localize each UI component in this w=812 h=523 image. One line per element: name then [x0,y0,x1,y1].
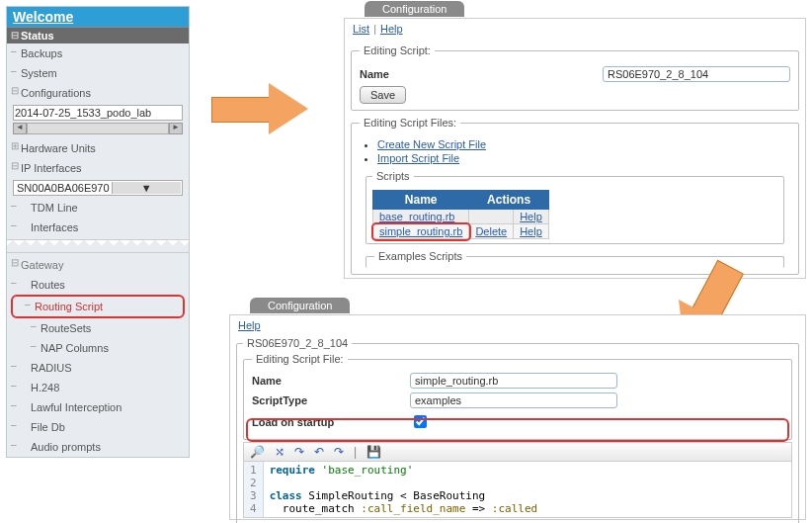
script-type-field[interactable]: examples [410,392,617,408]
script-type-label: ScriptType [252,394,410,406]
ip-interface-select[interactable]: SN00A0BA06E970▼ [13,180,183,196]
undo-icon[interactable]: ↶ [314,445,324,459]
help-link[interactable]: Help [520,225,542,237]
delete-link[interactable]: Delete [475,225,507,237]
sidebar-item-ip[interactable]: ⊟IP Interfaces [7,158,189,178]
script-link-base[interactable]: base_routing.rb [379,211,454,222]
editing-script-legend: Editing Script: [360,44,435,56]
script-link-simple[interactable]: simple_routing.rb [379,225,462,237]
sidebar-item-audio[interactable]: –Audio prompts [7,437,189,457]
sidebar-item-status[interactable]: ⊟Status [7,28,189,44]
crumb-list[interactable]: List [353,23,369,35]
sidebar-item-gateway[interactable]: ⊟Gateway [7,255,189,275]
highlight-box [246,418,789,442]
table-row: simple_routing.rb Delete Help [373,224,549,239]
sidebar-item-routes[interactable]: –Routes [7,275,189,295]
sidebar-item-lawful[interactable]: –Lawful Interception [7,397,189,417]
sidebar-item-configurations[interactable]: ⊟Configurations [7,83,189,103]
goto-icon[interactable]: ↷ [294,445,304,459]
scripts-legend: Scripts [372,170,414,182]
scripts-group: Scripts NameActions base_routing.rb Help… [365,170,784,244]
create-script-link[interactable]: Create New Script File [377,138,486,150]
editor-toolbar: 🔎 ⤭ ↷ ↶ ↷ | 💾 [243,442,792,462]
sidebar-item-system[interactable]: –System [7,63,189,83]
sidebar-item-hardware[interactable]: ⊞Hardware Units [7,138,189,158]
import-script-link[interactable]: Import Script File [377,152,459,164]
config-scrollbar[interactable]: ◄► [13,123,183,134]
tab-configuration[interactable]: Configuration [365,1,464,17]
script-outer-legend: RS06E970_2_8_104 [243,337,352,349]
sidebar-item-h248[interactable]: –H.248 [7,378,189,397]
code-editor[interactable]: 1234 require require 'base_routing''base… [243,462,792,518]
name-label: Name [360,68,468,80]
line-gutter: 1234 [244,462,264,517]
tab-configuration[interactable]: Configuration [250,298,350,313]
sidebar-item-radius[interactable]: –RADIUS [7,358,189,378]
sidebar-item-napcols[interactable]: –NAP Columns [7,338,189,358]
file-name-field[interactable]: simple_routing.rb [410,373,617,389]
scripts-table: NameActions base_routing.rb Help simple_… [372,190,549,239]
script-outer-group: RS06E970_2_8_104 Editing Script File: Na… [236,337,799,523]
table-row: base_routing.rb Help [373,210,549,224]
script-file-group: Editing Script File: Namesimple_routing.… [243,353,792,440]
editing-script-group: Editing Script: Name RS06E970_2_8_104 Sa… [351,44,799,111]
save-icon[interactable]: 💾 [366,445,381,459]
sidebar-item-routing-script[interactable]: –Routing Script [11,295,185,318]
save-button[interactable]: Save [360,86,406,104]
sidebar-item-backups[interactable]: –Backups [7,44,189,63]
redo-icon[interactable]: ↷ [334,445,344,459]
file-name-label: Name [252,375,410,387]
sidebar-item-tdm[interactable]: –TDM Line [7,198,189,218]
crumb-help[interactable]: Help [238,319,261,331]
sidebar-item-routesets[interactable]: –RouteSets [7,318,189,338]
sidebar: Welcome ⊟Status –Backups –System ⊟Config… [6,6,190,458]
delete-cell [469,210,514,224]
examples-legend: Examples Scripts [374,250,466,262]
script-file-legend: Editing Script File: [252,353,348,365]
torn-divider [7,239,189,253]
th-name: Name [373,191,469,210]
code-source[interactable]: require require 'base_routing''base_rout… [264,462,544,517]
config-select[interactable]: 2014-07-25_1533_podo_lab [13,105,183,121]
find-icon[interactable]: 🔎 [250,445,265,459]
chevron-down-icon: ▼ [112,182,181,194]
sidebar-item-interfaces[interactable]: –Interfaces [7,218,189,237]
crumb-help[interactable]: Help [380,23,403,35]
editing-files-group: Editing Script Files: Create New Script … [351,117,799,275]
breadcrumb: List|Help [345,19,805,39]
editing-files-legend: Editing Script Files: [360,117,460,129]
config-panel-bottom: Configuration Help RS06E970_2_8_104 Edit… [229,314,806,520]
help-link[interactable]: Help [520,211,542,222]
arrow-right-icon [207,79,316,138]
script-name-field[interactable]: RS06E970_2_8_104 [603,66,790,82]
sidebar-item-filedb[interactable]: –File Db [7,417,189,437]
replace-icon[interactable]: ⤭ [275,445,284,459]
th-actions: Actions [469,191,548,210]
config-panel-top: Configuration List|Help Editing Script: … [344,18,806,279]
welcome-link[interactable]: Welcome [7,7,189,28]
